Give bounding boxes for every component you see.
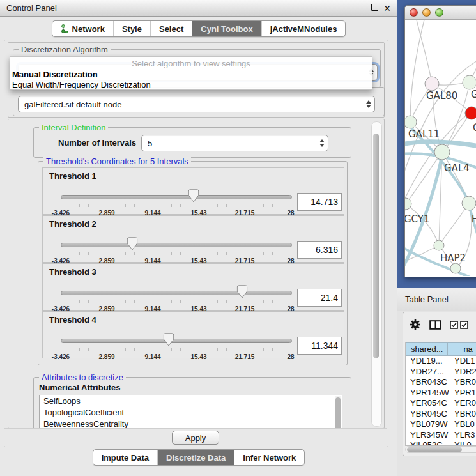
- table-row[interactable]: YIL052CYIL0: [406, 440, 476, 446]
- threshold-3-slider[interactable]: -3.4262.8599.14415.4321.71528: [61, 282, 291, 310]
- table-data-combobox[interactable]: galFiltered.sif default node: [18, 96, 375, 112]
- slider-track[interactable]: [61, 195, 292, 199]
- slider-thumb[interactable]: [188, 189, 199, 203]
- table-row[interactable]: YBR043CYBR0: [406, 377, 476, 388]
- numerical-attributes-list[interactable]: SelfLoopsTopologicalCoefficientBetweenne…: [39, 395, 342, 429]
- column-header-shared[interactable]: shared...: [406, 342, 448, 356]
- table-cell[interactable]: YPR1: [449, 388, 476, 399]
- node-gal11[interactable]: [405, 116, 417, 128]
- tick-mark: [116, 300, 116, 303]
- tick-mark: [107, 204, 107, 209]
- node-h[interactable]: [462, 196, 476, 210]
- dropdown-option-equal-width[interactable]: Equal Width/Frequency Discretization: [10, 80, 372, 90]
- table-cell[interactable]: YDL19...: [406, 356, 449, 367]
- list-scrollbar[interactable]: [335, 396, 341, 429]
- threshold-2-value-input[interactable]: [297, 241, 342, 259]
- table-cell[interactable]: YBR0: [449, 377, 476, 388]
- table-row[interactable]: YBL079WYBL0: [406, 419, 476, 430]
- network-window-titlebar[interactable]: [405, 6, 476, 20]
- apply-button[interactable]: Apply: [172, 431, 220, 445]
- table-cell[interactable]: YIL052C: [406, 440, 449, 446]
- column-header-name[interactable]: na: [448, 342, 476, 356]
- table-cell[interactable]: YDR2: [449, 367, 476, 378]
- close-icon[interactable]: ✕: [381, 3, 394, 13]
- table-hscrollbar[interactable]: [405, 446, 476, 453]
- tab-style[interactable]: Style: [114, 21, 151, 36]
- tick-mark: [162, 300, 162, 303]
- tab-network[interactable]: Network: [52, 21, 114, 36]
- node-label-gal80: GAL80: [426, 90, 457, 102]
- list-scrollbar-thumb[interactable]: [335, 397, 341, 429]
- table-row[interactable]: YDR27...YDR2: [406, 367, 476, 378]
- close-traffic-light[interactable]: [410, 8, 418, 17]
- table-cell[interactable]: YBR045C: [406, 409, 449, 420]
- table-row[interactable]: YDL19...YDL1: [406, 356, 476, 367]
- tick-mark: [254, 348, 254, 351]
- table-row[interactable]: YER054CYER0: [406, 398, 476, 409]
- table-cell[interactable]: YER0: [449, 398, 476, 409]
- slider-track[interactable]: [61, 339, 292, 343]
- threshold-4-slider[interactable]: -3.4262.8599.14415.4321.71528: [61, 330, 291, 358]
- tab-discretize-data[interactable]: Discretize Data: [158, 450, 234, 465]
- slider-track[interactable]: [61, 243, 292, 247]
- split-columns-icon[interactable]: [429, 320, 441, 330]
- checkbox-icon[interactable]: [450, 321, 458, 329]
- zoom-traffic-light[interactable]: [435, 8, 443, 17]
- tick-mark: [208, 348, 208, 351]
- tab-select[interactable]: Select: [151, 21, 192, 36]
- table-row[interactable]: YBR045CYBR0: [406, 409, 476, 420]
- dropdown-placeholder-item[interactable]: Select algorithm to view settings: [10, 57, 372, 70]
- table-cell[interactable]: YBL079W: [406, 419, 449, 430]
- dropdown-option-manual[interactable]: Manual Discretization: [10, 70, 372, 80]
- table-cell[interactable]: YBR0: [449, 409, 476, 420]
- table-row[interactable]: YPR145WYPR1: [406, 388, 476, 399]
- combo-arrows-icon: [316, 135, 328, 151]
- table-cell[interactable]: YER054C: [406, 398, 449, 409]
- tab-infer-network[interactable]: Infer Network: [234, 450, 304, 465]
- node-gal4[interactable]: [434, 144, 450, 160]
- tab-jactivemnodules[interactable]: jActiveMNodules: [262, 21, 346, 36]
- float-icon[interactable]: [368, 3, 381, 13]
- threshold-1-value-input[interactable]: [297, 193, 342, 211]
- table-header-row: shared... na: [406, 342, 476, 356]
- checkbox-icon[interactable]: [460, 321, 468, 329]
- panel-scrollbar[interactable]: [371, 121, 382, 427]
- list-item[interactable]: TopologicalCoefficient: [40, 407, 342, 418]
- node-hap2[interactable]: [434, 240, 444, 250]
- table-cell[interactable]: YDR27...: [406, 367, 449, 378]
- panel-scrollbar-thumb[interactable]: [373, 134, 379, 358]
- table-cell[interactable]: YBR043C: [406, 377, 449, 388]
- tab-cyni-toolbox[interactable]: Cyni Toolbox: [192, 21, 261, 36]
- table-cell[interactable]: YBL0: [449, 419, 476, 430]
- tick-mark: [217, 252, 218, 255]
- node-ga[interactable]: [463, 75, 476, 89]
- table-cell[interactable]: YIL0: [449, 440, 476, 446]
- threshold-4-value-input[interactable]: [297, 337, 342, 355]
- minimize-traffic-light[interactable]: [422, 8, 431, 17]
- list-item[interactable]: BetweennessCentrality: [40, 418, 342, 429]
- table-cell[interactable]: YLR345W: [406, 430, 449, 441]
- gear-icon[interactable]: [410, 319, 421, 330]
- node-gal80[interactable]: [425, 77, 439, 91]
- list-item[interactable]: SelfLoops: [40, 395, 342, 407]
- slider-track[interactable]: [61, 291, 292, 295]
- tab-infer-network-label: Infer Network: [243, 453, 296, 463]
- threshold-1-slider[interactable]: -3.4262.8599.14415.4321.71528: [61, 186, 291, 214]
- tab-impute-data[interactable]: Impute Data: [93, 450, 158, 465]
- table-cell[interactable]: YPR145W: [406, 388, 449, 399]
- number-of-intervals-combobox[interactable]: 5: [141, 135, 328, 151]
- threshold-2-slider[interactable]: -3.4262.8599.14415.4321.71528: [61, 234, 291, 262]
- node-red-selected[interactable]: [465, 107, 476, 119]
- threshold-3-value-input[interactable]: [297, 289, 342, 307]
- network-canvas[interactable]: GAL80 GA C GAL11 GAL4 GCY1 H HAP2: [405, 20, 476, 276]
- tick-mark: [171, 204, 172, 207]
- node-bottom[interactable]: [450, 263, 461, 273]
- slider-thumb[interactable]: [127, 237, 137, 250]
- table-cell[interactable]: YLR3: [449, 430, 476, 441]
- table-hscrollbar-thumb[interactable]: [407, 447, 462, 452]
- table-row[interactable]: YLR345WYLR3: [406, 430, 476, 441]
- slider-thumb[interactable]: [237, 285, 248, 298]
- node-label-gcy1: GCY1: [405, 213, 430, 225]
- slider-thumb[interactable]: [164, 333, 174, 346]
- table-cell[interactable]: YDL1: [449, 356, 476, 367]
